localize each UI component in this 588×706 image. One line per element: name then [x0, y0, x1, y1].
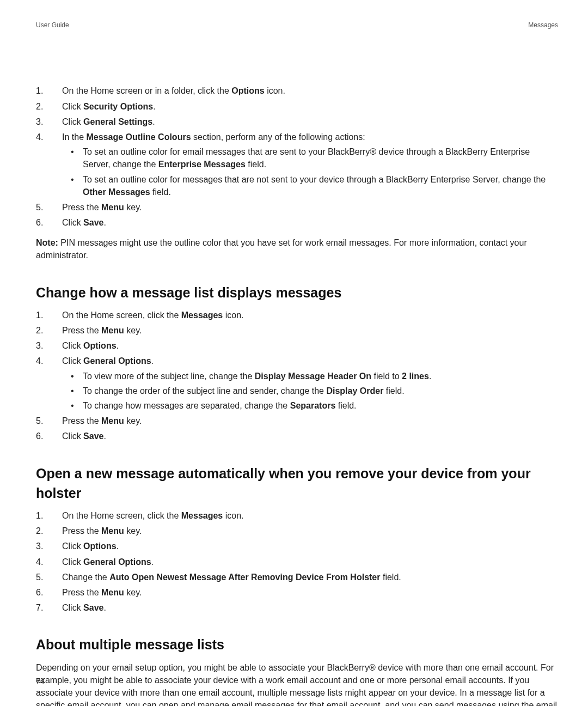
- bold-text: General Options: [83, 557, 151, 567]
- text: icon.: [265, 86, 285, 95]
- list-item: Click General Options. To view more of t…: [36, 355, 558, 412]
- list-item: To set an outline color for messages tha…: [68, 173, 558, 198]
- text: Click: [62, 102, 83, 111]
- text: key.: [124, 326, 142, 335]
- bold-text: Menu: [101, 416, 124, 425]
- text: icon.: [223, 311, 243, 320]
- bold-text: Menu: [101, 588, 124, 597]
- text: .: [429, 372, 431, 381]
- text: field to: [371, 372, 402, 381]
- note-label: Note:: [36, 238, 58, 247]
- list-item: To set an outline color for email messag…: [68, 145, 558, 171]
- text: To change the order of the subject line …: [83, 386, 326, 395]
- text: To set an outline color for messages tha…: [83, 175, 546, 184]
- text: Change the: [62, 573, 109, 582]
- text: icon.: [223, 511, 243, 520]
- list-item: Press the Menu key.: [36, 201, 558, 214]
- text: To view more of the subject line, change…: [83, 372, 255, 381]
- text: field.: [150, 187, 171, 197]
- text: Click: [62, 431, 83, 441]
- bold-text: Messages: [181, 511, 223, 520]
- text: Press the: [62, 416, 101, 425]
- text: On the Home screen, click the: [62, 311, 181, 320]
- text: .: [103, 218, 106, 227]
- list-item: Click General Options.: [36, 556, 558, 568]
- sub-list: To view more of the subject line, change…: [68, 370, 558, 412]
- text: .: [151, 557, 154, 567]
- bold-text: Display Message Header On: [255, 372, 371, 381]
- text: .: [103, 603, 106, 612]
- text: Click: [62, 603, 83, 612]
- list-item: Press the Menu key.: [36, 324, 558, 337]
- list-item: To change the order of the subject line …: [68, 385, 558, 397]
- bold-text: Save: [83, 218, 103, 227]
- text: section, perform any of the following ac…: [191, 132, 365, 142]
- bold-text: Messages: [181, 311, 223, 320]
- bold-text: Display Order: [326, 386, 383, 395]
- list-item: Click Security Options.: [36, 100, 558, 113]
- steps-list: On the Home screen or in a folder, click…: [36, 84, 558, 229]
- page-header: User Guide Messages: [36, 21, 558, 30]
- text: .: [152, 117, 155, 126]
- steps-list: On the Home screen, click the Messages i…: [36, 309, 558, 443]
- header-left: User Guide: [36, 21, 69, 30]
- list-item: Click General Settings.: [36, 115, 558, 128]
- paragraph: Depending on your email setup option, yo…: [36, 661, 558, 706]
- text: To set an outline color for email messag…: [83, 147, 530, 169]
- list-item: To view more of the subject line, change…: [68, 370, 558, 382]
- text: On the Home screen or in a folder, click…: [62, 86, 231, 95]
- section-heading: Change how a message list displays messa…: [36, 283, 558, 302]
- bold-text: Message Outline Colours: [86, 132, 191, 142]
- list-item: Click Save.: [36, 430, 558, 442]
- header-right: Messages: [528, 21, 558, 30]
- page-number: 74: [36, 675, 45, 686]
- text: .: [153, 102, 155, 111]
- bold-text: Save: [83, 431, 103, 441]
- text: field.: [246, 160, 266, 169]
- note-paragraph: Note: PIN messages might use the outline…: [36, 236, 558, 261]
- steps-list: On the Home screen, click the Messages i…: [36, 509, 558, 614]
- text: .: [117, 341, 119, 350]
- text: Press the: [62, 588, 101, 597]
- text: Press the: [62, 203, 101, 212]
- list-item: Click Options.: [36, 339, 558, 352]
- text: Click: [62, 341, 83, 350]
- bold-text: Menu: [101, 203, 124, 212]
- list-item: Click Options.: [36, 540, 558, 552]
- text: Press the: [62, 526, 101, 535]
- note-body: PIN messages might use the outline color…: [36, 238, 527, 260]
- bold-text: General Options: [83, 356, 151, 366]
- list-item: On the Home screen or in a folder, click…: [36, 84, 558, 97]
- list-item: Click Save.: [36, 601, 558, 614]
- bold-text: Options: [83, 541, 116, 551]
- text: .: [151, 356, 154, 366]
- list-item: On the Home screen, click the Messages i…: [36, 309, 558, 321]
- bold-text: Options: [231, 86, 264, 95]
- list-item: On the Home screen, click the Messages i…: [36, 509, 558, 522]
- bold-text: Other Messages: [83, 187, 150, 197]
- text: Press the: [62, 326, 101, 335]
- list-item: Click Save.: [36, 216, 558, 229]
- bold-text: Menu: [101, 326, 124, 335]
- list-item: Press the Menu key.: [36, 525, 558, 537]
- list-item: Change the Auto Open Newest Message Afte…: [36, 571, 558, 583]
- text: To change how messages are separated, ch…: [83, 401, 290, 410]
- bold-text: Menu: [101, 526, 124, 535]
- text: key.: [124, 416, 142, 425]
- text: key.: [124, 203, 142, 212]
- text: .: [103, 431, 106, 441]
- bold-text: Options: [83, 341, 116, 350]
- list-item: In the Message Outline Colours section, …: [36, 131, 558, 198]
- text: Click: [62, 541, 83, 551]
- list-item: To change how messages are separated, ch…: [68, 399, 558, 412]
- text: .: [117, 541, 119, 551]
- text: field.: [381, 573, 401, 582]
- text: key.: [124, 526, 142, 535]
- section-heading: About multiple message lists: [36, 635, 558, 654]
- text: Click: [62, 218, 83, 227]
- text: Click: [62, 356, 83, 366]
- bold-text: Save: [83, 603, 103, 612]
- text: On the Home screen, click the: [62, 511, 181, 520]
- list-item: Press the Menu key.: [36, 415, 558, 427]
- bold-text: General Settings: [83, 117, 152, 126]
